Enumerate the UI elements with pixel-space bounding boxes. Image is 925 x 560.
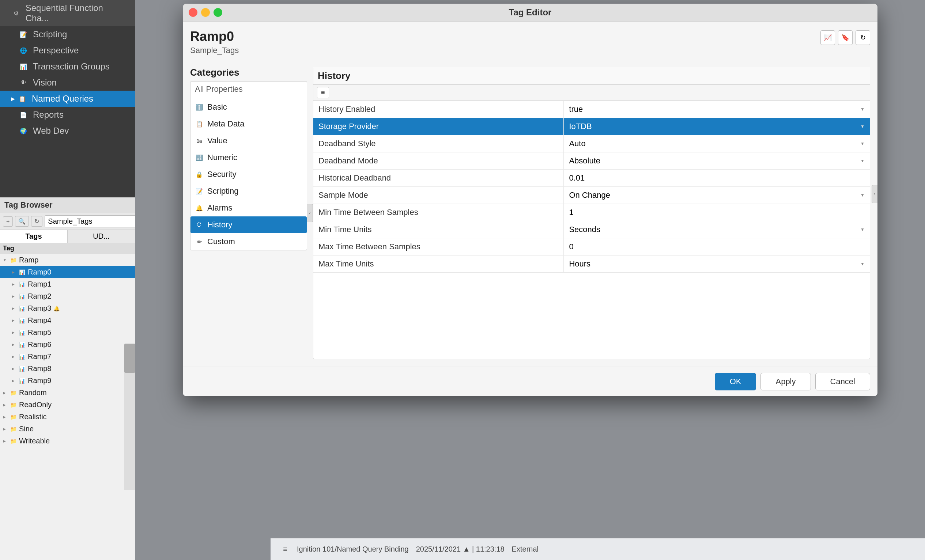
prop-value-storage-provider[interactable]: IoTDB ▼ <box>564 118 870 135</box>
bookmark-button[interactable]: 🔖 <box>838 30 853 45</box>
tree-item-ramp5[interactable]: ▶ 📊 Ramp5 <box>0 327 135 339</box>
prop-value-deadband-style[interactable]: Auto ▼ <box>564 135 870 152</box>
web-dev-icon: 🌍 <box>18 126 29 136</box>
ramp1-label: Ramp1 <box>28 280 51 288</box>
readonly-folder-icon: 📁 <box>9 401 17 409</box>
prop-toolbar-button[interactable]: ≡ <box>317 87 329 98</box>
tree-item-ramp4[interactable]: ▶ 📊 Ramp4 <box>0 315 135 327</box>
sidebar-item-label-perspective: Perspective <box>33 45 78 56</box>
sidebar-item-transaction-groups[interactable]: 📊 Transaction Groups <box>0 59 135 75</box>
prop-value-min-time-between-samples[interactable]: 1 <box>564 204 870 221</box>
tag-col-extra <box>113 243 135 254</box>
cat-custom[interactable]: ✏ Custom <box>190 233 307 250</box>
sidebar-item-scripting[interactable]: 📝 Scripting <box>0 26 135 42</box>
cat-scripting[interactable]: 📝 Scripting <box>190 183 307 200</box>
tree-item-writeable[interactable]: ▶ 📁 Writeable <box>0 435 135 447</box>
tab-udt[interactable]: UD... <box>68 230 135 243</box>
tree-item-ramp6[interactable]: ▶ 📊 Ramp6 <box>0 339 135 351</box>
prop-name-historical-deadband: Historical Deadband <box>313 170 564 187</box>
realistic-expand-arrow: ▶ <box>3 415 9 419</box>
tree-item-ramp9[interactable]: ▶ 📊 Ramp9 <box>0 375 135 387</box>
tag-search-input[interactable] <box>45 215 144 227</box>
ramp7-tag-icon: 📊 <box>18 353 26 360</box>
prop-value-min-time-units[interactable]: Seconds ▼ <box>564 221 870 238</box>
cat-alarms[interactable]: 🔔 Alarms <box>190 200 307 217</box>
prop-value-history-enabled[interactable]: true ▼ <box>564 101 870 118</box>
tree-item-ramp1[interactable]: ▶ 📊 Ramp1 <box>0 278 135 290</box>
maximize-window-button[interactable] <box>214 8 222 17</box>
cat-numeric[interactable]: 🔢 Numeric <box>190 149 307 166</box>
chart-button[interactable]: 📈 <box>820 30 835 45</box>
random-folder-icon: 📁 <box>9 389 17 397</box>
minimize-window-button[interactable] <box>201 8 210 17</box>
sidebar-item-reports[interactable]: 📄 Reports <box>0 107 135 123</box>
sidebar-item-label-seq-func: Sequential Function Cha... <box>26 3 128 23</box>
ramp5-label: Ramp5 <box>28 328 51 337</box>
cat-security[interactable]: 🔒 Security <box>190 166 307 183</box>
dialog-title: Tag Editor <box>509 7 552 18</box>
ramp1-tag-icon: 📊 <box>18 281 26 288</box>
tree-item-ramp3[interactable]: ▶ 📊 Ramp3 🔔 <box>0 302 135 315</box>
categories-title: Categories <box>190 67 307 78</box>
bottom-icon[interactable]: ≡ <box>278 542 292 557</box>
prop-value-sample-mode[interactable]: On Change ▼ <box>564 187 870 204</box>
categories-panel: Categories All Properties ℹ️ Basic 📋 Met… <box>190 67 307 359</box>
tree-item-random[interactable]: ▶ 📁 Random <box>0 387 135 399</box>
sidebar-nav: ⚙ Sequential Function Cha... 📝 Scripting… <box>0 0 135 197</box>
tag-browser-scrollbar[interactable] <box>124 343 135 490</box>
ramp9-tag-icon: 📊 <box>18 377 26 385</box>
sidebar-item-vision[interactable]: 👁 Vision <box>0 75 135 91</box>
tree-item-ramp0[interactable]: ▶ 📊 Ramp0 <box>0 266 135 278</box>
right-panel-expand-button[interactable]: › <box>872 185 877 203</box>
prop-value-historical-deadband[interactable]: 0.01 <box>564 170 870 187</box>
basic-icon: ℹ️ <box>195 104 203 111</box>
sidebar-item-named-queries[interactable]: ▶ 📋 Named Queries <box>0 91 135 107</box>
sine-label: Sine <box>19 425 34 433</box>
panel-collapse-button[interactable]: ‹ <box>307 204 313 222</box>
prop-value-max-time-between-samples[interactable]: 0 <box>564 238 870 256</box>
close-window-button[interactable] <box>189 8 197 17</box>
scripting-cat-icon: 📝 <box>195 188 203 195</box>
tab-tags[interactable]: Tags <box>0 230 68 243</box>
cat-value-label: Value <box>207 136 227 146</box>
tree-item-realistic[interactable]: ▶ 📁 Realistic <box>0 411 135 423</box>
search-tag-button[interactable]: 🔍 <box>15 216 29 227</box>
cancel-button[interactable]: Cancel <box>815 373 870 390</box>
ramp2-expand-arrow: ▶ <box>12 294 18 298</box>
deadband-mode-dropdown-arrow: ▼ <box>860 158 865 163</box>
tree-item-ramp8[interactable]: ▶ 📊 Ramp8 <box>0 363 135 375</box>
ramp0-label: Ramp0 <box>28 268 51 276</box>
tree-item-ramp[interactable]: ▼ 📁 Ramp <box>0 254 135 266</box>
apply-button[interactable]: Apply <box>761 373 811 390</box>
sidebar-item-seq-func[interactable]: ⚙ Sequential Function Cha... <box>0 0 135 26</box>
tree-item-ramp2[interactable]: ▶ 📊 Ramp2 <box>0 290 135 302</box>
ramp6-tag-icon: 📊 <box>18 341 26 348</box>
cat-history[interactable]: ⏱ History <box>190 217 307 233</box>
table-row: Min Time Units Seconds ▼ <box>313 221 870 238</box>
add-tag-button[interactable]: + <box>3 217 13 227</box>
all-properties-label[interactable]: All Properties <box>190 81 307 97</box>
cat-value[interactable]: 1a Value <box>190 132 307 149</box>
table-row: Sample Mode On Change ▼ <box>313 187 870 204</box>
prop-value-deadband-mode[interactable]: Absolute ▼ <box>564 152 870 170</box>
tree-item-readonly[interactable]: ▶ 📁 ReadOnly <box>0 399 135 411</box>
prop-name-history-enabled: History Enabled <box>313 101 564 118</box>
sidebar-item-perspective[interactable]: 🌐 Perspective <box>0 42 135 59</box>
refresh-tag-button[interactable]: ↻ <box>31 216 42 227</box>
sidebar-item-web-dev[interactable]: 🌍 Web Dev <box>0 123 135 139</box>
cat-metadata-label: Meta Data <box>207 119 245 129</box>
tag-browser-scroll-thumb[interactable] <box>124 343 135 373</box>
prop-name-min-time-units: Min Time Units <box>313 221 564 238</box>
ok-button[interactable]: OK <box>715 373 756 390</box>
table-row: Max Time Units Hours ▼ <box>313 256 870 273</box>
tag-browser-title: Tag Browser <box>5 200 53 209</box>
prop-value-max-time-units[interactable]: Hours ▼ <box>564 256 870 273</box>
cat-metadata[interactable]: 📋 Meta Data <box>190 116 307 132</box>
tree-item-ramp7[interactable]: ▶ 📊 Ramp7 <box>0 351 135 363</box>
prop-name-storage-provider: Storage Provider <box>313 118 564 135</box>
tree-item-sine[interactable]: ▶ 📁 Sine <box>0 423 135 435</box>
sidebar-item-label-scripting: Scripting <box>33 29 67 39</box>
refresh-button[interactable]: ↻ <box>856 30 870 45</box>
tag-col-tag: Tag <box>0 243 113 254</box>
cat-basic[interactable]: ℹ️ Basic <box>190 99 307 116</box>
